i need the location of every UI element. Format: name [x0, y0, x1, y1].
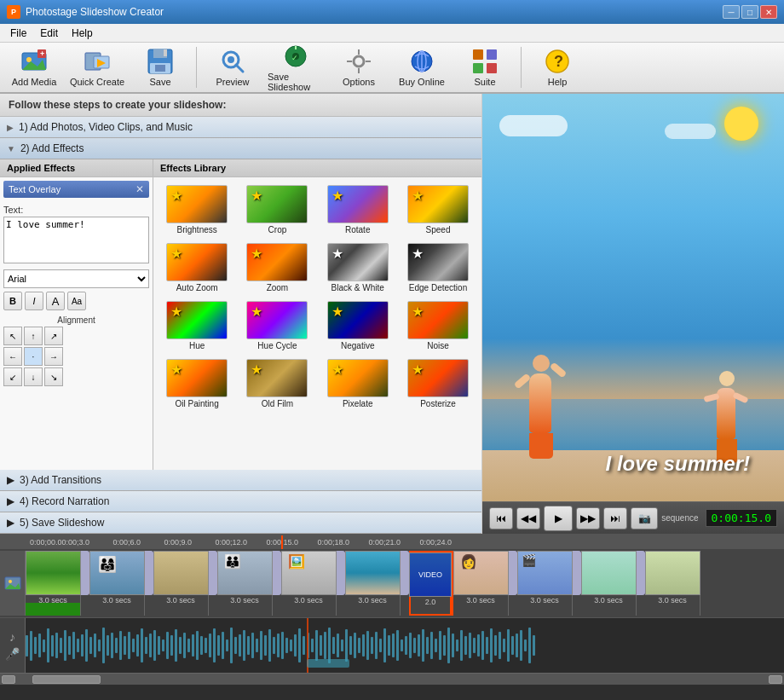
- maximize-button[interactable]: □: [741, 5, 758, 19]
- clip-10[interactable]: 3.0 secs: [581, 551, 637, 616]
- font-size-button[interactable]: Aa: [67, 292, 86, 310]
- svg-rect-134: [439, 631, 441, 660]
- suite-button[interactable]: Suite: [454, 44, 516, 90]
- align-top-right[interactable]: ↗: [44, 327, 63, 345]
- step-2-item[interactable]: ▼ 2) Add Effects: [0, 138, 481, 159]
- clip-8[interactable]: 👩 3.0 secs: [453, 551, 509, 616]
- effects-grid-container[interactable]: ★ Brightness ★ Crop ★ Rotate ★: [153, 177, 481, 470]
- effect-speed[interactable]: ★ Speed: [400, 182, 476, 237]
- zoom-thumb: ★: [246, 243, 308, 281]
- svg-rect-127: [409, 633, 412, 658]
- bold-button[interactable]: B: [3, 292, 22, 310]
- effect-zoom[interactable]: ★ Zoom: [239, 240, 315, 295]
- clip-3[interactable]: 3.0 secs: [153, 551, 209, 616]
- save-slideshow-button[interactable]: ✓ Save Slideshow: [265, 44, 326, 90]
- options-button[interactable]: Options: [328, 44, 389, 90]
- scroll-right-btn[interactable]: [769, 675, 782, 684]
- clip-4[interactable]: 👪 3.0 secs: [217, 551, 273, 616]
- menu-file[interactable]: File: [3, 26, 33, 41]
- close-button[interactable]: ✕: [760, 5, 777, 19]
- effect-posterize[interactable]: ★ Posterize: [400, 356, 476, 411]
- go-to-end-button[interactable]: ⏭: [603, 507, 627, 529]
- align-top-left[interactable]: ↖: [3, 327, 22, 345]
- effects-grid: ★ Brightness ★ Crop ★ Rotate ★: [153, 177, 481, 416]
- effect-edge-detection[interactable]: ★ Edge Detection: [400, 240, 476, 295]
- clip-5[interactable]: 🖼️ 3.0 secs: [281, 551, 337, 616]
- quick-create-button[interactable]: Quick Create: [66, 44, 128, 90]
- menu-edit[interactable]: Edit: [33, 26, 65, 41]
- align-middle-left[interactable]: ←: [3, 347, 22, 366]
- effect-old-film[interactable]: ★ Old Film: [239, 356, 315, 411]
- save-button[interactable]: Save: [130, 44, 191, 90]
- clip-9[interactable]: 🎬 3.0 secs: [517, 551, 573, 616]
- font-color-button[interactable]: A: [46, 292, 65, 310]
- buy-online-button[interactable]: Buy Online: [391, 44, 453, 90]
- step-4-item[interactable]: ▶ 4) Record Narration: [0, 491, 481, 512]
- fast-forward-button[interactable]: ▶▶: [576, 507, 600, 529]
- alignment-label: Alignment: [3, 315, 149, 325]
- step-5-item[interactable]: ▶ 5) Save Slideshow: [0, 512, 481, 534]
- scroll-left-btn[interactable]: [2, 675, 15, 684]
- font-selector[interactable]: Arial Times New Roman Verdana: [3, 269, 149, 288]
- rewind-button[interactable]: ◀◀: [516, 507, 540, 529]
- screenshot-button[interactable]: 📷: [631, 507, 658, 529]
- effect-hue-cycle[interactable]: ★ Hue Cycle: [239, 298, 315, 353]
- clip-2[interactable]: 👨‍👩‍👧 3.0 secs: [89, 551, 145, 616]
- text-overlay-effect-item[interactable]: Text Overlay ✕: [3, 181, 149, 198]
- effect-negative[interactable]: ★ Negative: [320, 298, 396, 353]
- svg-rect-69: [162, 639, 164, 651]
- menu-help[interactable]: Help: [65, 26, 100, 41]
- svg-rect-78: [200, 636, 203, 655]
- svg-rect-111: [341, 639, 343, 651]
- text-content-input[interactable]: I love summer!: [3, 217, 149, 263]
- waveform-svg: [26, 618, 784, 673]
- svg-rect-122: [388, 635, 390, 656]
- sequence-label: sequence: [661, 513, 698, 523]
- add-media-button[interactable]: + Add Media: [3, 44, 65, 90]
- go-to-start-button[interactable]: ⏮: [489, 507, 513, 529]
- align-middle-right[interactable]: →: [44, 347, 63, 366]
- text-overlay-close[interactable]: ✕: [135, 183, 144, 195]
- clip-11[interactable]: 3.0 secs: [645, 551, 700, 616]
- effect-black-white[interactable]: ★ Black & White: [320, 240, 396, 295]
- effect-oil-painting[interactable]: ★ Oil Painting: [159, 356, 235, 411]
- horizontal-scrollbar[interactable]: [0, 673, 784, 685]
- align-bottom-right[interactable]: ↘: [44, 367, 63, 386]
- app-title: Photostage Slideshow Creator: [26, 6, 723, 18]
- playhead: [281, 535, 283, 549]
- svg-rect-156: [533, 635, 535, 656]
- step-3-item[interactable]: ▶ 3) Add Transitions: [0, 470, 481, 491]
- help-button[interactable]: ? Help: [527, 44, 588, 90]
- align-bottom-center[interactable]: ↓: [24, 367, 43, 386]
- effect-auto-zoom[interactable]: ★ Auto Zoom: [159, 240, 235, 295]
- effect-pixelate[interactable]: ★ Pixelate: [320, 356, 396, 411]
- svg-rect-126: [405, 636, 407, 655]
- minimize-button[interactable]: ─: [723, 5, 740, 19]
- step-4-arrow: ▶: [7, 495, 14, 507]
- preview-button[interactable]: Preview: [202, 44, 263, 90]
- svg-rect-138: [456, 639, 458, 651]
- clip-7-active[interactable]: VIDEO 2.0: [409, 551, 452, 616]
- svg-rect-124: [396, 630, 399, 661]
- clip-6[interactable]: 3.0 secs: [345, 551, 401, 616]
- svg-rect-109: [332, 637, 335, 654]
- left-panel: Follow these steps to create your slides…: [0, 94, 482, 534]
- svg-text:✓: ✓: [291, 54, 298, 62]
- scroll-thumb[interactable]: [32, 675, 101, 684]
- svg-rect-65: [145, 637, 147, 654]
- play-button[interactable]: ▶: [544, 506, 573, 531]
- align-top-center[interactable]: ↑: [24, 327, 43, 345]
- italic-button[interactable]: I: [25, 292, 43, 310]
- clip-1[interactable]: 3.0 secs 🎵: [26, 551, 81, 616]
- effect-brightness[interactable]: ★ Brightness: [159, 182, 235, 237]
- effect-noise[interactable]: ★ Noise: [400, 298, 476, 353]
- effect-crop[interactable]: ★ Crop: [239, 182, 315, 237]
- quick-create-label: Quick Create: [70, 77, 124, 87]
- svg-rect-144: [481, 631, 484, 660]
- align-middle-center[interactable]: ·: [24, 347, 43, 366]
- effect-rotate[interactable]: ★ Rotate: [320, 182, 396, 237]
- align-bottom-left[interactable]: ↙: [3, 367, 22, 386]
- step-1-item[interactable]: ▶ 1) Add Photos, Video Clips, and Music: [0, 117, 481, 138]
- effect-hue[interactable]: ★ Hue: [159, 298, 235, 353]
- options-label: Options: [343, 77, 375, 87]
